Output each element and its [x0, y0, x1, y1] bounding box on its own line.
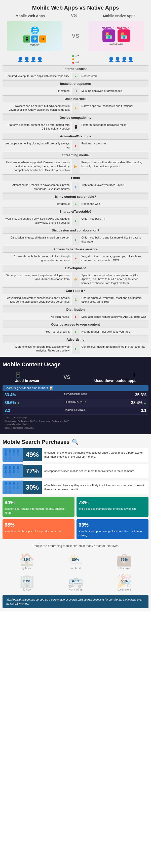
distribution-right: Most app stores require approval. And yo… — [80, 313, 149, 320]
location-commuting: 🚌 47% commuting — [65, 574, 86, 591]
left-col-title: Mobile Web Apps — [16, 14, 45, 18]
p9: 👤 — [4, 457, 7, 460]
p7: 👤 — [12, 453, 16, 456]
legend-zero-label: ○ 0 — [75, 61, 79, 64]
section2-footnote: Mobile Content Usage 3 Month Avg Ending … — [2, 415, 149, 431]
location-home-percent: 81% — [23, 558, 30, 562]
ui-right: Native apps are responsive and functiona… — [80, 103, 149, 114]
share-row-2: 3.2 POINT CHANGE 3.1 — [2, 407, 149, 415]
advertising-mid: ● — [72, 343, 80, 354]
searchable-icon: ● — [74, 202, 77, 206]
location-commuting-icon-wrap: 🚌 47% — [68, 574, 83, 588]
user-interface-header: User interface — [2, 95, 149, 102]
locations-row-2: 🏢 61% @ work 🚌 47% commuting 🎉 56% socia… — [2, 571, 149, 593]
q8: 👤 — [16, 469, 20, 473]
legend-plus-label: + — [75, 58, 77, 61]
location-before-work-label: before work — [118, 567, 131, 569]
used-browser-label: Used browser — [14, 378, 39, 383]
stat-row-77: 👤 👤 👤 👤 👤 👤 👤 👤 👤 👤 77% of respondents u… — [2, 464, 149, 478]
internet-right: Not required. — [80, 73, 149, 80]
hardware-icon: ● — [74, 256, 77, 260]
sell-header: Can I sell it? — [2, 287, 149, 294]
location-work-icon-wrap: 🏢 61% — [19, 574, 35, 588]
r10: 👤 — [8, 490, 11, 493]
section1-title: Mobile Web Apps vs Native Apps — [2, 2, 149, 12]
legend-equal-label: ○ = — [75, 55, 79, 57]
development-header: Development — [2, 265, 149, 272]
person-icon-6: 👤 — [115, 56, 121, 62]
browser-phone-icon: 📱 — [14, 372, 21, 378]
stat-boxes-row-2: 68% search for the best price for a prod… — [2, 519, 149, 539]
animation-mid: ● — [72, 140, 80, 151]
q5: 👤 — [4, 469, 7, 473]
legend-plus: + — [72, 58, 77, 61]
people-footer: People are embracing mobile search in ma… — [2, 542, 149, 550]
download-phone-icon: ⬇ — [132, 372, 137, 378]
location-before-work: 💼 59% before work — [114, 552, 135, 569]
location-weekend: ⛅ 80% weekend — [65, 552, 86, 569]
streaming-icon: ▶ — [74, 164, 77, 168]
right-people: 👤 👤 👤 👤 — [108, 56, 134, 62]
q7: 👤 — [12, 469, 16, 473]
share-right-0: 35.3% — [135, 393, 147, 397]
ui-left: Browsers can be clunky, but advancements… — [2, 103, 72, 114]
legend-equal: ○ = — [72, 55, 79, 57]
location-before-work-percent: 59% — [121, 558, 128, 562]
footnote-text: Mobile Content Usage 3 Month Avg Ending … — [4, 416, 69, 429]
advertising-right: Control over design (though limited in i… — [80, 343, 149, 354]
location-social-label: social event — [118, 588, 131, 591]
device-icon: 📱 — [73, 125, 78, 129]
location-weekend-label: weekend — [70, 567, 81, 569]
q4: 👤 — [16, 466, 20, 469]
used-downloaded-label: Used downloaded apps — [94, 378, 137, 383]
animation-left: Web apps are getting closer, but will pr… — [2, 140, 72, 151]
search-purchases-title: Mobile Search Purchases — [2, 439, 70, 445]
fonts-header: Fonts — [2, 174, 149, 181]
r8: 👤 — [16, 486, 20, 489]
location-home-label: @ home — [22, 567, 32, 569]
share-row-0: 33.4% NOVEMBER 2010 35.3% — [2, 391, 149, 399]
r6: 👤 — [8, 486, 11, 489]
sharable-icon: ● — [74, 219, 77, 223]
searchable-row: By default ● Not on the web — [2, 200, 149, 208]
q9: 👤 — [4, 473, 7, 476]
vs-header: Mobile Web Apps VS Mobile Native Apps — [2, 12, 149, 19]
streaming-row: Flash works where supported. Browser-bas… — [2, 159, 149, 174]
development-mid: ⚙ — [72, 272, 80, 286]
people-legend-row: 👤 👤 👤 👤 ○ = + ○ 0 👤 👤 — [2, 53, 149, 65]
internet-mid: ● — [72, 73, 80, 80]
sell-icon: $ — [75, 298, 77, 302]
locations-row-1: 🏠 81% @ home ⛅ 80% weekend 💼 59% before … — [2, 550, 149, 571]
person-icon-5: 👤 — [108, 56, 114, 62]
discussion-row: Discussion is easy; all data is stored o… — [2, 234, 149, 245]
animation-row: Web apps are getting closer, but will pr… — [2, 140, 149, 151]
outside-left: Yep, just click a link — [2, 328, 72, 335]
p4: 👤 — [16, 450, 20, 453]
location-home: 🏠 81% @ home — [16, 552, 37, 569]
share-right-value-2: 3.1 — [141, 408, 147, 413]
share-right-value-0: 35.3% — [135, 393, 147, 397]
development-row: Write, publish once, view it anywhere. M… — [2, 272, 149, 287]
ui-mid: ● — [72, 103, 80, 114]
person-icon-2: 👤 — [24, 56, 30, 62]
arrow-up-right: ▲ — [144, 401, 147, 405]
fonts-right: Tight control over typefaces, layout — [80, 182, 149, 192]
distribution-row: No such hassle ● Most app stores require… — [2, 313, 149, 320]
discussion-mid: ● — [72, 234, 80, 245]
stat-people-49: 👤 👤 👤 👤 👤 👤 👤 👤 👤 👤 — [2, 448, 23, 462]
outside-access-row: Yep, just click a link ● No, the reader … — [2, 328, 149, 335]
fonts-row: Almost on par, thanks to advancements in… — [2, 182, 149, 193]
sharable-right: Only if you build it in — [80, 215, 149, 226]
stat-box-63: 63% search before purchasing offline in … — [77, 519, 149, 539]
p3: 👤 — [12, 450, 16, 453]
p5: 👤 — [4, 453, 7, 456]
development-icon: ⚙ — [74, 277, 77, 281]
advertising-left: More choices for design, plus access to … — [2, 343, 72, 354]
stat-percent-30: 30% — [23, 481, 42, 494]
search-purchases-icon: 🔍 — [72, 439, 79, 445]
share-header: Share (%) of Mobile Subscribers 📊 — [2, 385, 149, 391]
share-mid-1: FEBRUARY 2011 — [20, 401, 131, 405]
share-right-2: 3.1 — [141, 408, 147, 413]
searchable-left: By default — [2, 200, 72, 207]
r7: 👤 — [12, 486, 16, 489]
